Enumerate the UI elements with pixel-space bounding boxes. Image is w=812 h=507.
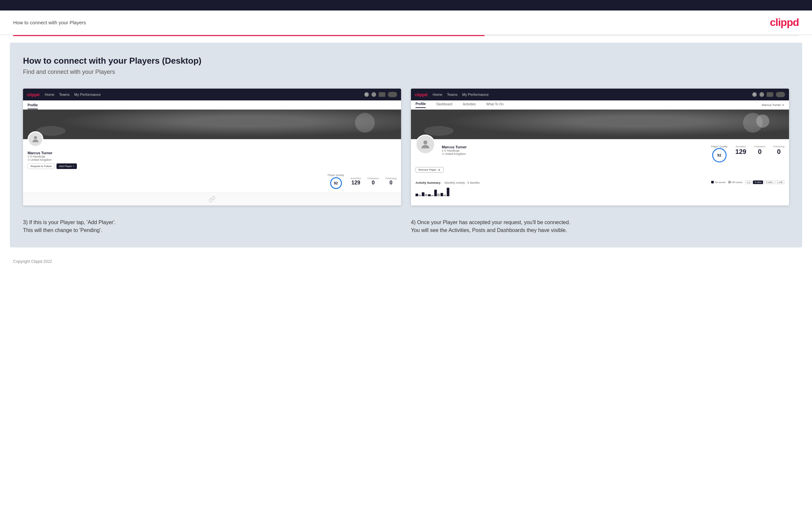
legend-dot-off: [728, 181, 731, 183]
nav-teams-right[interactable]: Teams: [447, 93, 458, 97]
followers-stat-right: Followers 0: [754, 145, 765, 162]
app-nav-icons-right: [752, 92, 785, 97]
search-icon-left[interactable]: [364, 92, 369, 97]
link-icon-left: [209, 196, 215, 203]
time-btn-6mths[interactable]: 6 mths: [753, 180, 763, 184]
clippd-logo: clippd: [770, 16, 799, 29]
time-btn-3mths[interactable]: 3 mths: [764, 180, 774, 184]
avatar-left: [28, 131, 43, 147]
follow-button-left[interactable]: Request to Follow: [28, 163, 55, 169]
description-left: 3) If this is your Player tap, 'Add Play…: [23, 219, 401, 234]
banner-overlay-right: [411, 110, 789, 139]
page-subtitle: Find and connect with your Players: [23, 69, 789, 75]
app-tabbar-right: Profile Dashboard Activities What To On …: [411, 100, 789, 110]
banner-art-left: [23, 110, 401, 139]
time-btn-1yr[interactable]: 1 yr: [745, 180, 752, 184]
tab-profile-left[interactable]: Profile: [28, 103, 38, 109]
avatar-right: [415, 134, 435, 154]
nav-home-right[interactable]: Home: [433, 93, 442, 97]
quality-stat-left: Player Quality 92: [328, 174, 344, 189]
app-logo-left: clippd: [27, 92, 39, 97]
page-header: How to connect with your Players clippd: [0, 10, 812, 35]
nav-teams-left[interactable]: Teams: [59, 93, 70, 97]
add-player-button-left[interactable]: Add Player +: [56, 163, 77, 169]
player-location-left: United Kingdom: [28, 158, 397, 161]
svg-line-1: [367, 95, 367, 96]
bar-off-2: [425, 194, 427, 196]
activities-stat-left: Activities 129: [351, 177, 361, 186]
bar-on-6: [447, 188, 449, 196]
bar-on-3: [428, 194, 430, 196]
activity-summary-right: Activity Summary Monthly Activity · 6 Mo…: [411, 176, 789, 201]
stats-row-left: Player Quality 92 Activities 129 Followe…: [23, 174, 401, 192]
screenshot-footer-left: [23, 192, 401, 206]
close-icon-remove: [438, 169, 441, 171]
player-handicap-right: 1-5 Handicap: [442, 149, 467, 152]
bar-on-4: [434, 190, 437, 196]
top-decorative-bar: [0, 0, 812, 10]
page-header-title: How to connect with your Players: [13, 20, 86, 25]
nav-performance-left[interactable]: My Performance: [74, 93, 101, 97]
quality-stat-right: Player Quality 92: [711, 145, 727, 162]
search-icon-right[interactable]: [752, 92, 757, 97]
following-stat-right: Following 0: [773, 145, 784, 162]
golf-ball-art-right: [756, 115, 769, 128]
avatar-icon-right: [419, 138, 431, 150]
bar-off-5: [444, 194, 446, 196]
quality-circle-right: 92: [712, 148, 726, 162]
profile-dropdown-right[interactable]: [776, 92, 785, 97]
following-stat-left: Following 0: [385, 177, 397, 186]
remove-player-button[interactable]: Remove Player: [415, 167, 444, 173]
header-divider: [13, 35, 799, 36]
user-icon-left[interactable]: [371, 92, 376, 97]
user-icon-right[interactable]: [759, 92, 764, 97]
time-btn-1mth[interactable]: 1 mth: [775, 180, 784, 184]
stats-row-right: Player Quality 92 Activities 129 Followe…: [711, 143, 784, 162]
profile-buttons-left: Request to Follow Add Player +: [28, 163, 397, 169]
profile-text-right: Marcus Turner 1-5 Handicap United Kingdo…: [442, 143, 467, 156]
screenshot-left: clippd Home Teams My Performance Prof: [23, 89, 401, 206]
player-location-right: United Kingdom: [442, 152, 467, 156]
app-navbar-left: clippd Home Teams My Performance: [23, 89, 401, 100]
bar-on-1: [415, 193, 418, 196]
legend-off-course: Off course: [728, 181, 742, 183]
settings-icon-right[interactable]: [767, 92, 773, 97]
player-handicap-left: 1-5 Handicap: [28, 155, 397, 158]
bar-off-4: [437, 193, 440, 196]
nav-performance-right[interactable]: My Performance: [462, 93, 489, 97]
app-logo-right: clippd: [415, 92, 427, 97]
banner-art-right: [411, 110, 789, 139]
settings-icon-left[interactable]: [379, 92, 385, 97]
description-right: 4) Once your Player has accepted your re…: [411, 219, 789, 234]
main-content-area: How to connect with your Players (Deskto…: [10, 43, 802, 247]
profile-dropdown-left[interactable]: [388, 92, 397, 97]
svg-point-6: [423, 140, 427, 145]
nav-home-left[interactable]: Home: [45, 93, 54, 97]
player-name-right: Marcus Turner: [442, 145, 467, 149]
bar-on-2: [422, 192, 424, 196]
avatar-wrapper-right: [415, 134, 435, 154]
screenshot-right: clippd Home Teams My Performance Prof: [411, 89, 789, 206]
tab-profile-right[interactable]: Profile: [415, 102, 426, 108]
activity-subtitle-right: Monthly Activity · 6 Months: [445, 181, 479, 184]
tab-activities-right[interactable]: Activities: [463, 102, 476, 108]
profile-banner-left: [23, 110, 401, 139]
player-name-left: Marcus Turner: [28, 151, 397, 155]
app-nav-items-left: Home Teams My Performance: [45, 93, 101, 97]
svg-point-2: [34, 136, 37, 139]
profile-info-right: Marcus Turner 1-5 Handicap United Kingdo…: [411, 139, 789, 167]
location-icon-left: [28, 159, 30, 161]
bar-off-1: [418, 194, 421, 196]
location-icon-right: [442, 153, 444, 155]
bar-group-1: [415, 193, 421, 196]
svg-point-7: [443, 153, 444, 154]
quality-label-left: Player Quality: [328, 174, 344, 177]
user-selector-right[interactable]: Marcus Turner: [762, 103, 784, 107]
bar-group-4: [434, 190, 440, 196]
screenshots-row: clippd Home Teams My Performance Prof: [23, 89, 789, 206]
legend-dot-on: [711, 181, 714, 183]
tab-dashboard-right[interactable]: Dashboard: [436, 102, 452, 108]
page-footer: Copyright Clippd 2022: [0, 254, 812, 269]
bar-group-6: [447, 188, 452, 196]
tab-whattoon-right[interactable]: What To On: [487, 102, 504, 108]
